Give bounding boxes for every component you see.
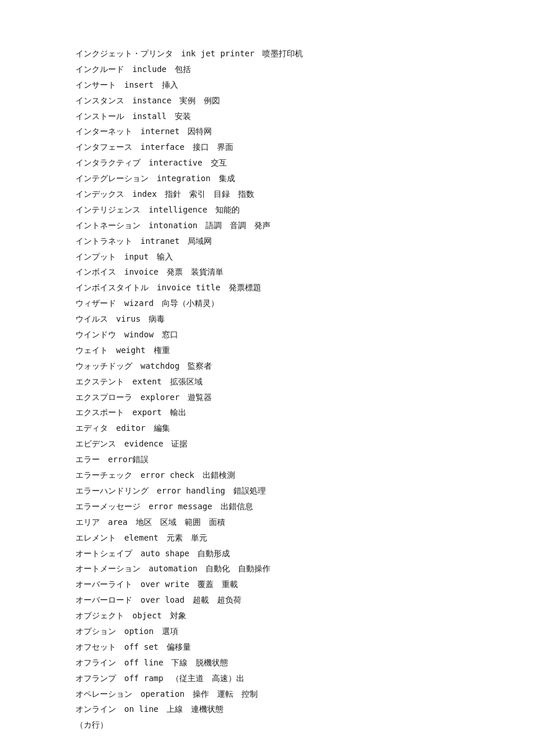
chinese-term: （従主道 高速）出 (171, 674, 244, 683)
japanese-term: オーバーライト (75, 579, 132, 589)
english-term: extent (132, 377, 162, 386)
japanese-term: オプション (75, 627, 116, 636)
chinese-term: 局域网 (187, 236, 212, 246)
english-term: watchdog (140, 361, 179, 370)
list-item: オーバーライト over write 覆蓋 重載 (75, 577, 459, 592)
english-term: over load (140, 595, 185, 604)
list-item: インテグレーション integration 集成 (75, 171, 459, 186)
list-item: ウェイト weight 権重 (75, 343, 459, 358)
english-term: install (132, 111, 167, 121)
chinese-term: 自動形成 (197, 549, 230, 558)
list-item: エレメント element 元素 単元 (75, 531, 459, 546)
japanese-term: オフライン (75, 658, 116, 667)
japanese-term: （カ行） (75, 720, 108, 729)
list-item: エリア area 地区 区域 範囲 面積 (75, 515, 459, 530)
japanese-term: エビデンス (75, 439, 116, 448)
chinese-term: 権重 (154, 345, 170, 355)
list-item: インサート insert 挿入 (75, 78, 459, 93)
chinese-term: 偏移量 (167, 642, 191, 651)
chinese-term: 元素 単元 (167, 533, 207, 542)
japanese-term: エレメント (75, 533, 116, 542)
japanese-term: エクスプローラ (75, 393, 132, 402)
english-term: invoice title (157, 283, 221, 292)
english-term: internet (140, 127, 179, 136)
english-term: export (132, 408, 162, 417)
english-term: error handling (157, 486, 225, 495)
list-item: オートメーション automation 自動化 自動操作 (75, 561, 459, 577)
chinese-term: 編集 (154, 423, 170, 433)
english-term: off line (124, 658, 163, 667)
list-item: インターネット internet 因特网 (75, 124, 459, 139)
english-term: editor (116, 423, 146, 433)
english-term: auto shape (140, 549, 189, 558)
english-term: automation (149, 564, 197, 573)
list-item: インスタンス instance 実例 例図 (75, 93, 459, 109)
list-item: エラーハンドリング error handling 錯誤処理 (75, 484, 459, 499)
english-term: window (124, 330, 154, 339)
japanese-term: エクスポート (75, 408, 124, 417)
japanese-term: エラーチェック (75, 470, 132, 480)
english-term: index (132, 189, 157, 199)
english-term: input (124, 252, 149, 261)
chinese-term: 接口 界面 (193, 142, 233, 152)
english-term: evidence (124, 439, 163, 448)
japanese-term: インターネット (75, 127, 132, 136)
japanese-term: インボイス (75, 267, 116, 276)
japanese-term: インデックス (75, 189, 124, 199)
list-item: ウインドウ window 窓口 (75, 327, 459, 343)
english-term: intranet (140, 236, 179, 246)
list-item: インクルード include 包括 (75, 62, 459, 77)
english-term: area (108, 517, 128, 527)
list-item: イントネーション intonation 語調 音調 発声 (75, 218, 459, 233)
japanese-term: ウィザード (75, 298, 116, 308)
japanese-term: イントネーション (75, 221, 140, 230)
chinese-term: 输入 (157, 252, 173, 261)
english-term: operation (140, 689, 185, 699)
english-term: invoice (124, 267, 158, 276)
japanese-term: オフセット (75, 642, 116, 651)
chinese-term: 対象 (170, 611, 186, 620)
japanese-term: インストール (75, 111, 124, 121)
chinese-term: 挿入 (162, 80, 178, 89)
chinese-term: 発票標題 (229, 283, 261, 292)
content-container: インクジェット・プリンタ ink jet printer 喷墨打印机インクルード… (75, 46, 459, 733)
japanese-term: エクステント (75, 377, 124, 386)
list-item: エクスポート export 輸出 (75, 405, 459, 420)
english-term: error check (140, 470, 194, 480)
japanese-term: エラーメッセージ (75, 502, 140, 511)
chinese-term: 遊覧器 (187, 393, 212, 402)
chinese-term: 監察者 (187, 361, 212, 370)
list-item: オートシェイプ auto shape 自動形成 (75, 546, 459, 561)
english-term: instance (132, 96, 171, 105)
japanese-term: エラー (75, 455, 100, 464)
chinese-term: 知能的 (215, 205, 240, 214)
chinese-term: 下線 脱機状態 (171, 658, 228, 667)
english-term: wizard (124, 298, 154, 308)
chinese-term: 集成 (219, 174, 235, 183)
english-term: intelligence (149, 205, 207, 214)
list-item: エラー error錯誤 (75, 452, 459, 467)
english-term: on line (124, 704, 158, 714)
list-item: インプット input 输入 (75, 250, 459, 265)
japanese-term: インクジェット・プリンタ (75, 49, 173, 58)
chinese-term: 出錯信息 (221, 502, 253, 511)
list-item: インタラクティブ interactive 交互 (75, 156, 459, 171)
list-item: オーバーロード over load 超載 超负荷 (75, 593, 459, 608)
list-item: オペレーション operation 操作 運転 控制 (75, 687, 459, 702)
japanese-term: インサート (75, 80, 116, 89)
english-term: error message (149, 502, 212, 511)
list-item: インボイス invoice 発票 装貨清単 (75, 265, 459, 280)
chinese-term: 交互 (211, 158, 227, 167)
english-term: object (132, 611, 162, 620)
list-item: ウィザード wizard 向导（小精灵） (75, 296, 459, 311)
japanese-term: ウォッチドッグ (75, 361, 132, 370)
list-item: インストール install 安装 (75, 109, 459, 124)
list-item: オフランプ off ramp （従主道 高速）出 (75, 671, 459, 686)
list-item: オブジェクト object 対象 (75, 609, 459, 624)
list-item: オフセット off set 偏移量 (75, 640, 459, 655)
japanese-term: オンライン (75, 704, 116, 714)
japanese-term: インタラクティブ (75, 158, 140, 167)
english-term: include (132, 64, 167, 74)
chinese-term: 病毒 (149, 314, 165, 323)
list-item: オンライン on line 上線 連機状態 (75, 702, 459, 717)
